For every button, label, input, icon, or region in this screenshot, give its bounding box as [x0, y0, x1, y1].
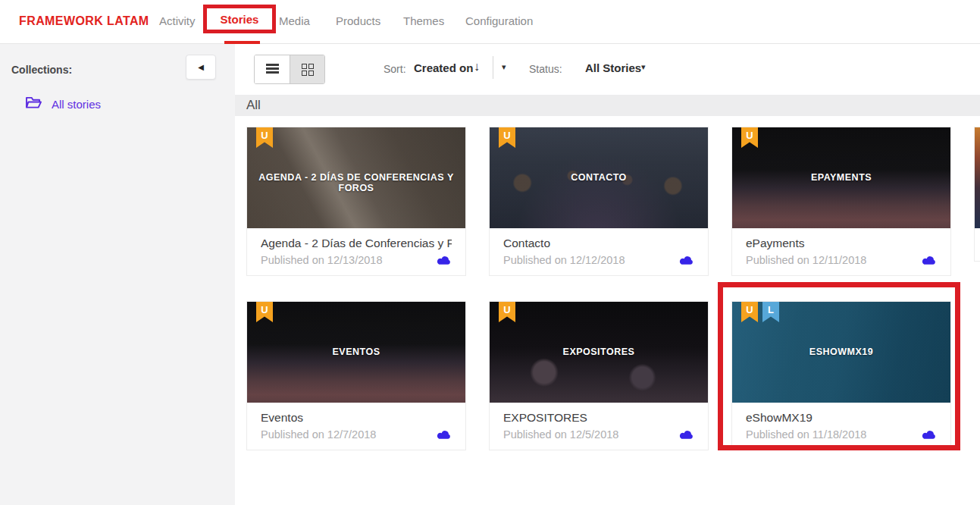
story-card-info: ePayments Published on 12/11/2018	[732, 228, 950, 275]
story-card[interactable]: U EVENTOS Eventos Published on 12/7/2018	[246, 301, 466, 450]
story-card-image: U	[975, 127, 980, 228]
tab-activity[interactable]: Activity	[159, 14, 196, 27]
story-card-overlay-title: ESHOWMX19	[732, 347, 950, 357]
sidebar-item-all-stories[interactable]: All stories	[25, 96, 101, 112]
badge-U-ribbon-icon: U	[741, 302, 758, 322]
collections-heading: Collections:	[11, 64, 72, 76]
story-card-overlay-title: EXPOSITORES	[490, 347, 708, 357]
story-card-badges: U	[499, 127, 515, 148]
story-card-title: EXPOSITORES	[503, 411, 694, 425]
badge-U-ribbon-icon: U	[256, 127, 273, 148]
cloud-published-icon	[436, 429, 452, 441]
badge-U-ribbon-icon: U	[499, 302, 515, 322]
story-card-published-date: Published on 12/7/2018	[261, 428, 376, 441]
story-card-published-date: Published on 12/12/2018	[503, 254, 625, 266]
story-card-overlay-title: CONTACTO	[490, 172, 708, 183]
story-card-title: Agenda - 2 Días de Conferencias y Fo...	[261, 237, 452, 250]
top-navigation-bar: FRAMEWORK LATAM Activity Stories Media P…	[0, 0, 980, 44]
tab-themes[interactable]: Themes	[403, 14, 444, 27]
story-card-image: U EPAYMENTS	[732, 127, 950, 228]
tab-media[interactable]: Media	[279, 14, 310, 27]
story-card-title: Contacto	[503, 237, 694, 250]
story-card-info: EXPOSITORES Published on 12/5/2018	[490, 403, 708, 450]
cloud-published-icon	[921, 429, 937, 441]
stories-main-panel: Sort: Created on ↓ ▾ Status: All Stories…	[235, 44, 980, 505]
story-card-info	[975, 228, 980, 261]
annotation-box-stories: Stories	[203, 5, 276, 33]
active-tab-indicator	[224, 41, 260, 44]
story-card-badges: U	[256, 127, 273, 148]
story-card-image: U EVENTOS	[247, 302, 465, 403]
story-card[interactable]: U EPAYMENTS ePayments Published on 12/11…	[731, 127, 951, 276]
story-card-overlay-title: EPAYMENTS	[732, 172, 950, 183]
story-card[interactable]: UL ESHOWMX19 eShowMX19 Published on 11/1…	[731, 301, 951, 450]
story-card-image: U CONTACTO	[490, 127, 708, 228]
story-card-published-date: Published on 12/5/2018	[503, 428, 618, 441]
cloud-published-icon	[678, 255, 694, 266]
tab-configuration[interactable]: Configuration	[465, 14, 533, 27]
story-card-image: U EXPOSITORES	[490, 302, 708, 403]
story-card-image: U AGENDA - 2 DÍAS DE CONFERENCIAS Y FORO…	[247, 127, 465, 228]
story-card-info: Contacto Published on 12/12/2018	[490, 228, 708, 275]
story-card-published-date: Published on 11/18/2018	[746, 428, 866, 441]
collapse-left-triangle-icon: ◀	[198, 63, 204, 71]
badge-U-ribbon-icon: U	[741, 127, 758, 148]
stories-grid: U AGENDA - 2 DÍAS DE CONFERENCIAS Y FORO…	[235, 44, 980, 505]
story-card-badges: UL	[741, 302, 779, 322]
cloud-published-icon	[921, 255, 937, 266]
story-card-overlay-title: EVENTOS	[247, 347, 465, 357]
open-folder-icon	[25, 96, 42, 112]
story-card[interactable]: U EXPOSITORES EXPOSITORES Published on 1…	[489, 301, 709, 450]
story-card[interactable]: U	[974, 127, 980, 262]
story-card-title: Eventos	[261, 411, 452, 425]
story-card-image: UL ESHOWMX19	[732, 302, 950, 403]
story-card-badges: U	[499, 302, 515, 322]
story-card-badges: U	[741, 127, 758, 148]
story-card-info: Agenda - 2 Días de Conferencias y Fo... …	[247, 228, 465, 275]
story-card[interactable]: U AGENDA - 2 DÍAS DE CONFERENCIAS Y FORO…	[246, 127, 466, 276]
story-card-info: eShowMX19 Published on 11/18/2018	[732, 403, 950, 450]
story-card-overlay-title: AGENDA - 2 DÍAS DE CONFERENCIAS Y FOROS	[247, 172, 465, 193]
story-card-published-date: Published on 12/13/2018	[261, 254, 382, 266]
story-card-title: eShowMX19	[746, 411, 937, 425]
badge-U-ribbon-icon: U	[499, 127, 515, 148]
collections-sidebar: Collections: ◀ All stories	[0, 44, 235, 505]
app-logo: FRAMEWORK LATAM	[19, 14, 149, 28]
cloud-published-icon	[678, 429, 694, 441]
story-card[interactable]: U CONTACTO Contacto Published on 12/12/2…	[489, 127, 709, 276]
badge-L-ribbon-icon: L	[762, 302, 779, 322]
story-card-published-date: Published on 12/11/2018	[746, 254, 866, 266]
story-card-badges: U	[256, 302, 273, 322]
cloud-published-icon	[436, 255, 452, 266]
sidebar-collapse-button[interactable]: ◀	[186, 55, 216, 80]
badge-U-ribbon-icon: U	[256, 302, 273, 322]
tab-products[interactable]: Products	[336, 14, 380, 27]
story-card-title: ePayments	[746, 237, 937, 250]
sidebar-item-label: All stories	[52, 98, 101, 111]
tab-stories[interactable]: Stories	[221, 13, 259, 26]
story-card-info: Eventos Published on 12/7/2018	[247, 403, 465, 450]
